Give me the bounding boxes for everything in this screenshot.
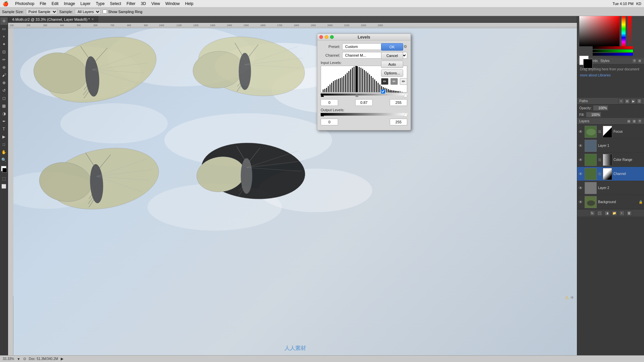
layer-vis-2[interactable]: 👁 <box>579 186 583 190</box>
menu-3d[interactable]: 3D <box>141 1 146 6</box>
layer-adj-btn[interactable]: ◑ <box>604 210 610 216</box>
white-point-eyedropper[interactable]: ✏ <box>400 78 407 85</box>
layer-view-btn-1[interactable]: ▤ <box>627 119 631 124</box>
black-point-eyedropper[interactable]: ✏ <box>381 78 388 85</box>
sample-select[interactable]: All Layers <box>75 9 101 15</box>
learn-libraries-link[interactable]: more about Libraries <box>580 73 611 77</box>
layer-row-color-range[interactable]: 👁 ⛓ Color Range <box>577 153 644 167</box>
menu-photoshop[interactable]: Photoshop <box>15 1 34 6</box>
menu-edit[interactable]: Edit <box>52 1 59 6</box>
history-brush-tool[interactable]: ↺ <box>0 87 8 94</box>
layer-row-1[interactable]: 👁 Layer 1 <box>577 139 644 153</box>
zoom-flyout[interactable]: ▼ <box>17 357 20 361</box>
screen-mode-btn[interactable]: ⬜ <box>0 183 8 190</box>
paths-btn-1[interactable]: + <box>619 99 624 104</box>
layer-row-focus[interactable]: 👁 ⛓ Focus <box>577 125 644 139</box>
layer-vis-color-range[interactable]: 👁 <box>579 158 583 162</box>
menu-type[interactable]: Type <box>96 1 105 6</box>
ok-button[interactable]: OK <box>381 43 403 51</box>
fg-bg-colors[interactable] <box>0 166 8 173</box>
close-btn[interactable] <box>319 35 323 39</box>
input-mid-handle[interactable] <box>355 94 359 97</box>
layer-vis-focus[interactable]: 👁 <box>579 129 583 134</box>
menu-layer[interactable]: Layer <box>80 1 91 6</box>
magic-wand-tool[interactable]: ✦ <box>0 41 8 48</box>
menu-window[interactable]: Window <box>165 1 180 6</box>
red-slider[interactable] <box>593 46 633 49</box>
paths-btn-4[interactable]: ☰ <box>637 99 642 104</box>
type-tool[interactable]: T <box>0 125 8 133</box>
layer-view-btn-2[interactable]: ▥ <box>632 119 637 124</box>
output-shadow-value[interactable]: 0 <box>321 119 338 125</box>
minimize-btn[interactable] <box>325 35 328 39</box>
pen-tool[interactable]: ✒ <box>0 118 8 125</box>
layer-vis-background[interactable]: 👁 <box>579 200 583 204</box>
select-tool[interactable]: ▭ <box>0 25 8 33</box>
blue-slider[interactable] <box>593 53 633 56</box>
cancel-button[interactable]: Cancel <box>381 52 403 59</box>
menu-select[interactable]: Select <box>110 1 121 6</box>
green-slider[interactable] <box>593 50 633 52</box>
output-black-handle[interactable] <box>321 113 324 116</box>
layer-group-btn[interactable]: 📁 <box>612 210 617 216</box>
layer-fx-btn[interactable]: fx <box>590 210 595 216</box>
zoom-tool[interactable]: 🔍 <box>0 156 8 164</box>
show-ring-checkbox[interactable] <box>103 9 107 14</box>
opacity-input[interactable] <box>593 105 608 111</box>
input-shadow-value[interactable]: 0 <box>321 99 338 106</box>
fill-input[interactable] <box>586 112 601 117</box>
layer-view-btn-3[interactable]: ☰ <box>637 119 642 124</box>
paths-btn-2[interactable]: ⊞ <box>625 99 630 104</box>
eraser-tool[interactable]: ◻ <box>0 95 8 102</box>
menu-view[interactable]: View <box>151 1 160 6</box>
gradient-tool[interactable]: ▦ <box>0 102 8 110</box>
color-spectrum[interactable] <box>579 16 620 46</box>
styles-label[interactable]: Styles <box>600 59 609 63</box>
input-black-handle[interactable] <box>321 94 324 97</box>
layer-vis-channel[interactable]: 👁 <box>579 172 583 176</box>
layer-mask-btn[interactable]: ⬚ <box>597 210 602 216</box>
view-list-btn[interactable]: ☰ <box>632 59 637 63</box>
preview-checkbox[interactable] <box>381 89 385 94</box>
lasso-tool[interactable]: ⌖ <box>0 33 8 40</box>
status-arrow[interactable]: ▶ <box>61 357 63 361</box>
path-select-tool[interactable]: ▶ <box>0 133 8 140</box>
layer-row-channel[interactable]: 👁 ⛓ Channel <box>577 167 644 181</box>
menu-image[interactable]: Image <box>64 1 75 6</box>
crop-tool[interactable]: ⊡ <box>0 48 8 56</box>
apple-menu[interactable]: 🍎 <box>3 1 8 6</box>
paths-btn-3[interactable]: ▶ <box>631 99 636 104</box>
menu-file[interactable]: File <box>40 1 46 6</box>
background-color[interactable] <box>583 59 593 68</box>
layer-row-background[interactable]: 👁 Background 🔒 <box>577 195 644 209</box>
sample-size-select[interactable]: Point Sample <box>26 9 57 15</box>
shape-tool[interactable]: □ <box>0 141 8 148</box>
hue-slider[interactable] <box>622 16 626 46</box>
menu-filter[interactable]: Filter <box>126 1 136 6</box>
tab-close-btn[interactable]: ✕ <box>91 17 94 21</box>
document-tab[interactable]: 4-Moth.cr2 @ 33.3% (Channel, Layer Mask/… <box>8 16 98 23</box>
brush-tool[interactable]: 🖌 <box>0 71 8 79</box>
options-button[interactable]: Options... <box>381 69 403 77</box>
input-white-handle[interactable] <box>404 94 407 97</box>
healing-brush-tool[interactable]: ⊕ <box>0 64 8 71</box>
eyedropper-tool[interactable]: ✏ <box>0 56 8 63</box>
maximize-btn[interactable] <box>330 35 334 39</box>
dodge-tool[interactable]: ◑ <box>0 110 8 117</box>
input-highlight-value[interactable]: 255 <box>390 99 407 106</box>
output-white-handle[interactable] <box>404 113 407 116</box>
auto-button[interactable]: Auto <box>381 61 403 68</box>
layer-delete-btn[interactable]: 🗑 <box>627 210 632 216</box>
show-ring-checkbox-label[interactable]: Show Sampling Ring <box>103 9 142 14</box>
layer-vis-1[interactable]: 👁 <box>579 143 583 148</box>
hand-tool[interactable]: ✋ <box>0 148 8 156</box>
quick-mask-btn[interactable]: ⬚ <box>0 175 8 182</box>
layer-new-btn[interactable]: + <box>619 210 625 216</box>
gray-point-eyedropper[interactable]: ✏ <box>390 78 398 85</box>
alpha-slider[interactable] <box>628 16 632 46</box>
layer-row-2[interactable]: 👁 Layer 2 <box>577 181 644 195</box>
view-grid-btn[interactable]: ⊞ <box>637 59 642 63</box>
clone-stamp-tool[interactable]: ⊗ <box>0 79 8 86</box>
canvas-area[interactable]: 人人素材 <box>13 23 577 355</box>
input-midtone-value[interactable]: 0.87 <box>355 99 373 106</box>
